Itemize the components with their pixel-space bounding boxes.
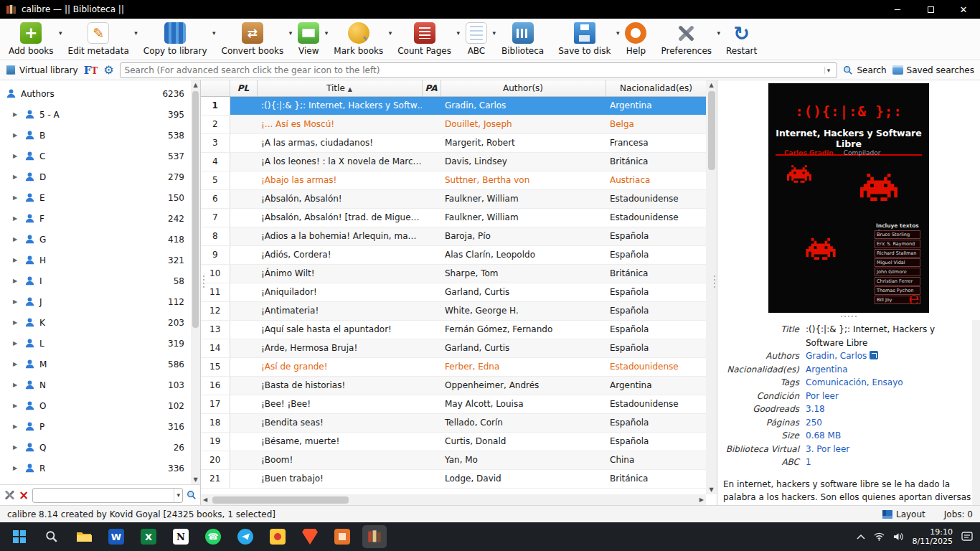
cover-details-splitter[interactable]	[717, 313, 980, 320]
detail-value[interactable]: Comunicación, Ensayo	[806, 376, 903, 390]
column-header-title[interactable]: Title▲	[257, 80, 422, 96]
sidebar-item-h[interactable]: ▶ H 321	[0, 250, 200, 270]
scroll-down-icon[interactable]: ▼	[193, 475, 197, 484]
find-input[interactable]	[33, 490, 174, 501]
abc-button[interactable]: ABC ▾	[460, 21, 496, 56]
table-row[interactable]: 16 ¡Basta de historias! Oppenheimer, And…	[201, 376, 707, 395]
file-explorer-button[interactable]	[72, 525, 96, 548]
mark-books-button[interactable]: Mark books ▾	[328, 21, 392, 56]
detail-value[interactable]: 3.18	[806, 402, 825, 416]
jobs-indicator[interactable]: Jobs: 0	[944, 509, 973, 519]
expand-arrow-icon[interactable]: ▶	[13, 319, 20, 326]
expand-arrow-icon[interactable]: ▶	[13, 361, 20, 367]
table-horizontal-scrollbar[interactable]: ◀ ▶	[201, 494, 706, 505]
expand-arrow-icon[interactable]: ▶	[13, 153, 20, 159]
panel-splitter[interactable]	[712, 276, 716, 288]
table-row[interactable]: 7 ¡Absalón, Absalón! [trad. de Migue… Fa…	[201, 208, 707, 227]
sidebar-item-b[interactable]: ▶ B 538	[0, 125, 200, 146]
table-row[interactable]: 9 ¡Adiós, Cordera! Alas Clarín, Leopoldo…	[201, 245, 707, 264]
column-header-authors[interactable]: Author(s)	[440, 80, 606, 96]
expand-arrow-icon[interactable]: ▶	[13, 382, 20, 388]
sidebar-item-authors[interactable]: Authors 6236	[0, 83, 200, 104]
biblioteca-button[interactable]: Biblioteca ▾	[496, 21, 552, 56]
expand-arrow-icon[interactable]: ▶	[13, 298, 20, 305]
configure-tag-browser-icon[interactable]	[4, 489, 15, 501]
find-history-arrow[interactable]: ▾	[174, 489, 182, 502]
sidebar-item-j[interactable]: ▶ J 112	[0, 291, 200, 312]
table-row[interactable]: 13 ¡Aquí sale hasta el apuntador! Fernán…	[201, 320, 707, 339]
table-row[interactable]: 18 ¡Bendita seas! Tellado, Corín Español…	[201, 413, 707, 432]
search-highlight-toggle[interactable]: FT	[84, 64, 98, 77]
expand-arrow-icon[interactable]: ▶	[13, 444, 20, 451]
scroll-up-icon[interactable]: ▲	[709, 80, 713, 90]
view-button[interactable]: View ▾	[292, 21, 328, 56]
expand-arrow-icon[interactable]: ▶	[13, 236, 20, 242]
table-row[interactable]: 14 ¡Arde, Hermosa Bruja! Garland, Curtis…	[201, 339, 707, 357]
minimize-button[interactable]: ─	[881, 0, 914, 19]
expand-arrow-icon[interactable]: ▶	[13, 132, 20, 138]
save-to-disk-button[interactable]: Save to disk ▾	[552, 21, 619, 56]
sidebar-item-p[interactable]: ▶ P 316	[0, 416, 200, 437]
sidebar-item-m[interactable]: ▶ M 586	[0, 354, 200, 375]
find-next-icon[interactable]	[187, 490, 197, 500]
close-button[interactable]: ✕	[947, 0, 980, 19]
edit-metadata-button[interactable]: Edit metadata ▾	[62, 21, 138, 56]
scroll-up-icon[interactable]: ▲	[193, 80, 197, 90]
taskbar-clock[interactable]: 19:10 8/11/2025	[913, 527, 953, 547]
brave-button[interactable]	[298, 525, 322, 548]
sidebar-item-n[interactable]: ▶ N 103	[0, 375, 200, 395]
layout-button[interactable]: Layout	[882, 509, 925, 519]
search-history-arrow[interactable]: ▾	[824, 67, 833, 74]
saved-searches-button[interactable]: Saved searches	[892, 65, 974, 75]
detail-value[interactable]: 250	[806, 416, 822, 430]
clear-find-icon[interactable]: ×	[19, 489, 29, 501]
table-row[interactable]: 1 :(){:|:& };: Internet, Hackers y Softw…	[201, 96, 707, 115]
table-row[interactable]: 2 ¡... Así es Moscú! Douillet, Joseph Be…	[201, 115, 707, 133]
expand-arrow-icon[interactable]: ▶	[13, 278, 20, 284]
detail-value[interactable]: 1	[806, 456, 811, 469]
detail-value[interactable]: 0.68 MB	[806, 429, 841, 443]
whatsapp-button[interactable]: ☎	[201, 525, 225, 548]
search-button[interactable]: Search	[843, 65, 886, 75]
scroll-down-icon[interactable]: ▼	[709, 485, 713, 494]
sidebar-item-l[interactable]: ▶ L 319	[0, 333, 200, 354]
column-header-nationality[interactable]: Nacionalidad(es)	[606, 80, 707, 96]
scroll-left-icon[interactable]: ◀	[201, 496, 209, 503]
detail-value[interactable]: 3. Por leer	[806, 443, 849, 456]
preferences-button[interactable]: Preferences ▾	[655, 21, 720, 56]
expand-arrow-icon[interactable]: ▶	[13, 174, 20, 180]
detail-value[interactable]: Argentina	[806, 363, 848, 377]
search-options-gear-icon[interactable]: ⚙	[103, 63, 113, 77]
help-button[interactable]: Help ▾	[619, 21, 655, 56]
calibre-taskbar-button[interactable]	[362, 525, 387, 548]
sidebar-item-g[interactable]: ▶ G 418	[0, 229, 200, 250]
table-row[interactable]: 8 ¡Adios a la bohemia! Arlequin, ma… Bar…	[201, 227, 707, 245]
scrollbar-thumb[interactable]	[192, 91, 199, 328]
table-row[interactable]: 15 ¡Así de grande! Ferber, Edna Estadoun…	[201, 357, 707, 376]
sidebar-item-e[interactable]: ▶ E 150	[0, 187, 200, 208]
sidebar-item-q[interactable]: ▶ Q 26	[0, 437, 200, 458]
hidden-icons-chevron[interactable]	[857, 534, 865, 540]
scrollbar-thumb[interactable]	[708, 91, 715, 170]
book-cover[interactable]: :(){:|:& };: Internet, Hackers y Softwar…	[768, 83, 929, 313]
expand-arrow-icon[interactable]: ▶	[13, 257, 20, 263]
table-row[interactable]: 4 ¡A los leones! : la X novela de Marc… …	[201, 152, 707, 171]
table-row[interactable]: 21 ¡Buen trabajo! Lodge, David Británica	[201, 469, 707, 488]
orange-app-button[interactable]	[330, 525, 354, 548]
yellow-app-button[interactable]	[265, 525, 290, 548]
sidebar-item-d[interactable]: ▶ D 279	[0, 166, 200, 187]
search-input[interactable]	[125, 65, 820, 75]
table-row[interactable]: 20 ¡Boom! Yan, Mo China	[201, 451, 707, 469]
sidebar-item-c[interactable]: ▶ C 537	[0, 146, 200, 166]
convert-books-button[interactable]: Convert books ▾	[216, 21, 293, 56]
external-link-icon[interactable]	[870, 351, 878, 359]
notification-center-icon[interactable]	[961, 531, 973, 542]
table-row[interactable]: 5 ¡Abajo las armas! Suttner, Bertha von …	[201, 171, 707, 189]
count-pages-button[interactable]: Count Pages ▾	[392, 21, 460, 56]
expand-arrow-icon[interactable]: ▶	[13, 111, 20, 118]
maximize-button[interactable]	[914, 0, 947, 19]
table-row[interactable]: 12 ¡Antimateria! White, George H. Españo…	[201, 301, 707, 320]
telegram-button[interactable]	[233, 525, 258, 548]
volume-icon[interactable]	[893, 532, 904, 541]
add-books-button[interactable]: Add books ▾	[3, 21, 62, 56]
